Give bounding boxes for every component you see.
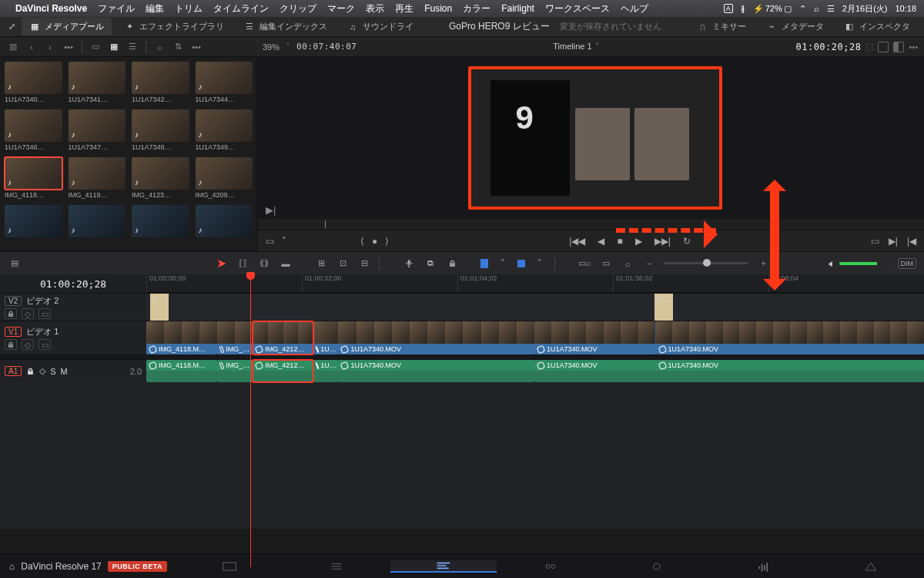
menu-fusion[interactable]: Fusion — [424, 3, 452, 14]
dynamic-trim-icon[interactable]: ⟪⟫ — [257, 258, 271, 268]
disable-video-icon[interactable]: ▭ — [38, 339, 51, 350]
page-fusion[interactable] — [497, 560, 604, 573]
timeline-clip[interactable]: IMG_4118.M… — [146, 321, 217, 355]
timeline-view-options-icon[interactable]: ▤ — [8, 258, 22, 268]
lock-icon[interactable]: 🔒︎ — [5, 339, 17, 350]
page-fairlight[interactable] — [711, 560, 818, 573]
timeline-clip[interactable]: 1U1A7340.MOV — [656, 321, 924, 355]
chevron-down-icon[interactable]: ˅ — [282, 236, 286, 247]
timeline-clip[interactable]: 1U1A7340.MOV — [534, 360, 656, 382]
panel-inspector[interactable]: ◧インスペクタ — [836, 18, 918, 35]
marker-icon[interactable] — [517, 260, 525, 267]
timeline-ruler[interactable]: 01:00:00;0001:00:32;0001:01:04;0201:01:3… — [146, 274, 924, 293]
app-name[interactable]: DaVinci Resolve — [15, 3, 87, 14]
zoom-slider[interactable] — [664, 262, 748, 264]
source-timecode[interactable]: 00:07:40:07 — [296, 42, 357, 52]
media-clip[interactable]: ♪1U1A7340… — [5, 62, 62, 103]
timeline-clip[interactable]: IMG_… — [217, 321, 253, 355]
loop-icon[interactable]: ↻ — [683, 236, 691, 247]
single-viewer-icon[interactable] — [878, 42, 889, 52]
timeline-name[interactable]: Timeline 1 — [553, 42, 591, 51]
page-media[interactable] — [176, 560, 283, 573]
track-header-v2[interactable]: V2ビデオ 2 🔒︎◇▭ — [0, 294, 146, 321]
page-deliver[interactable] — [817, 560, 924, 573]
media-clip[interactable]: ♪1U1A7341… — [69, 62, 126, 103]
page-cut[interactable] — [283, 560, 390, 573]
more-icon[interactable]: ••• — [909, 42, 918, 52]
overwrite-icon[interactable]: ⊡ — [336, 258, 350, 268]
menu-view[interactable]: 表示 — [366, 2, 384, 15]
media-pool[interactable]: ♪1U1A7340…♪1U1A7341…♪1U1A7342…♪1U1A7344…… — [0, 57, 258, 251]
options-icon[interactable]: ••• — [189, 42, 203, 52]
control-center-icon[interactable]: ☰ — [827, 4, 835, 14]
spotlight-icon[interactable]: ⌕ — [814, 4, 819, 13]
zoom-out-icon[interactable]: − — [642, 259, 656, 268]
menu-trim[interactable]: トリム — [175, 2, 203, 15]
dim-button[interactable]: DIM — [898, 258, 917, 269]
menu-dots-icon[interactable]: ••• — [62, 42, 75, 52]
prev-keyframe-icon[interactable]: ⟨ — [360, 236, 364, 247]
link-icon[interactable]: ⧉ — [424, 258, 437, 268]
trim-tool-icon[interactable]: ⟦⟧ — [236, 258, 249, 268]
panel-mixer[interactable]: ⎍ミキサー — [689, 18, 754, 35]
track-header-a1[interactable]: A1 🔒︎ ◇ S M 2.0 — [0, 360, 146, 382]
home-icon[interactable]: ⌂ — [9, 561, 15, 572]
panel-sound-library[interactable]: ♫サウンドライ — [340, 18, 421, 35]
lock-icon[interactable]: 🔒︎ — [445, 259, 459, 268]
expand-icon[interactable]: ⤢ — [6, 22, 17, 32]
media-clip[interactable]: ♪IMG_4119… — [69, 157, 126, 199]
go-start-icon[interactable]: |◀◀ — [569, 236, 585, 247]
track-v2[interactable]: テ… テ… — [146, 294, 924, 321]
input-source-icon[interactable]: A — [724, 4, 733, 13]
bluetooth-icon[interactable]: ∦ — [741, 4, 745, 14]
auto-select-icon[interactable]: ◇ — [22, 339, 34, 350]
stop-icon[interactable]: ■ — [617, 236, 622, 247]
chevron-down-icon[interactable]: ˅ — [533, 258, 547, 268]
timeline-clip[interactable]: IMG_4212… — [253, 321, 313, 355]
page-edit[interactable] — [390, 560, 497, 573]
sort-icon[interactable]: ⇅ — [171, 42, 185, 52]
media-clip[interactable]: ♪1U1A7342… — [132, 62, 189, 103]
insert-icon[interactable]: ⊞ — [314, 258, 328, 268]
media-clip[interactable]: ♪1U1A7347… — [69, 109, 126, 151]
bypass-icon[interactable]: ⬚ — [865, 42, 873, 52]
timeline-clip[interactable]: IMG_4118.M… — [146, 360, 217, 382]
go-end-icon[interactable]: ▶▶| — [654, 236, 671, 247]
timeline-clip[interactable]: 1U1A7340.MOV — [338, 360, 534, 382]
marker-clip[interactable]: テ… — [150, 294, 169, 321]
lock-icon[interactable]: 🔒︎ — [26, 367, 35, 376]
time[interactable]: 10:18 — [895, 4, 916, 13]
timeline-clip[interactable]: 1U… — [313, 360, 338, 382]
selection-tool-icon[interactable]: ➤ — [214, 256, 228, 271]
track-header-v1[interactable]: V1ビデオ 1 🔒︎◇▭ — [0, 321, 146, 355]
date[interactable]: 2月16日(火) — [842, 3, 888, 15]
custom-zoom-icon[interactable]: ⌕ — [621, 259, 634, 268]
play-reverse-icon[interactable]: ◀ — [598, 236, 604, 247]
menu-edit[interactable]: 編集 — [146, 2, 164, 15]
panel-effects[interactable]: ✦エフェクトライブラリ — [116, 18, 232, 35]
replace-icon[interactable]: ⊟ — [357, 258, 371, 268]
timeline-clip[interactable]: 1U1A7340.MOV — [534, 321, 656, 355]
menu-file[interactable]: ファイル — [98, 2, 135, 15]
media-clip[interactable]: ♪IMG_4123… — [132, 157, 189, 199]
program-timecode[interactable]: 01:00:20;28 — [795, 42, 861, 52]
track-v1[interactable]: IMG_4118.M…IMG_…IMG_4212…1U…1U1A7340.MOV… — [146, 321, 924, 355]
jump-next-edit-icon[interactable]: ▶| — [266, 204, 276, 216]
flag-icon[interactable] — [480, 259, 488, 268]
lock-icon[interactable]: 🔒︎ — [5, 308, 17, 319]
media-clip[interactable]: ♪ — [69, 205, 126, 239]
media-clip[interactable]: ♪1U1A7348… — [132, 109, 189, 151]
chevron-down-icon[interactable]: ˅ — [595, 42, 600, 51]
play-icon[interactable]: ▶ — [635, 236, 642, 247]
view-thumb-icon[interactable]: ▦ — [107, 42, 121, 52]
volume-slider[interactable] — [839, 262, 893, 265]
media-clip[interactable]: ♪1U1A7344… — [196, 62, 253, 103]
timeline-clip[interactable]: IMG_4212… — [253, 360, 313, 382]
detail-zoom-icon[interactable]: ▭ — [599, 258, 613, 268]
media-clip[interactable]: ♪IMG_4209… — [196, 157, 253, 199]
menu-timeline[interactable]: タイムライン — [213, 2, 269, 15]
program-viewer[interactable]: ▶| 9 — [258, 57, 924, 219]
auto-select-icon[interactable]: ◇ — [22, 308, 34, 319]
timeline-clip[interactable]: 1U1A7340.MOV — [656, 360, 924, 382]
track-index[interactable]: A1 — [5, 366, 22, 376]
